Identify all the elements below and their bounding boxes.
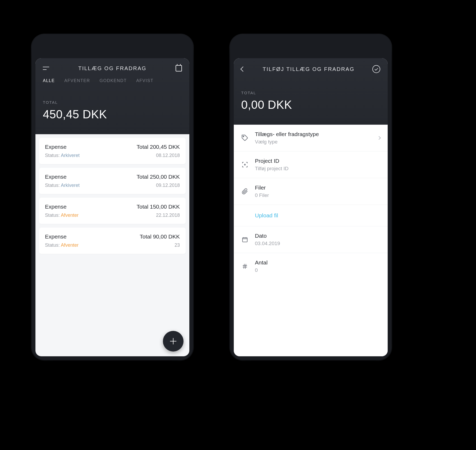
row-project[interactable]: Project ID Tilføj project ID: [234, 151, 388, 178]
confirm-button[interactable]: [372, 65, 380, 73]
header-bar: TILLÆG OG FRADRAG: [35, 58, 189, 78]
form-list: Tillægs- eller fradragstype Vælg type Pr…: [234, 125, 388, 356]
row-sub: 03.04.2019: [255, 241, 380, 246]
expense-total: Total 90,00 DKK: [140, 233, 180, 240]
list-item[interactable]: Expense Total 90,00 DKK Status: Afventer…: [39, 228, 186, 254]
list-item[interactable]: Expense Total 250,00 DKK Status: Arkiver…: [39, 168, 186, 194]
expense-total: Total 150,00 DKK: [137, 204, 180, 210]
status-text: Status: Arkiveret: [45, 153, 80, 158]
row-sub: 0: [255, 267, 380, 273]
row-title: Dato: [255, 233, 380, 239]
row-sub: Tilføj project ID: [255, 166, 380, 172]
status-text: Status: Afventer: [45, 242, 79, 248]
tab-godkendt[interactable]: GODKENDT: [99, 78, 127, 83]
header-bar: TILFØJ TILLÆG OG FRADRAG: [234, 58, 388, 80]
menu-icon[interactable]: [43, 67, 49, 70]
row-type[interactable]: Tillægs- eller fradragstype Vælg type: [234, 125, 388, 151]
expense-date: 08.12.2018: [156, 153, 180, 158]
row-upload[interactable]: Upload fil: [234, 205, 388, 226]
status-text: Status: Afventer: [45, 213, 79, 218]
svg-point-1: [244, 164, 245, 165]
row-title: Project ID: [255, 158, 380, 164]
header-dark: TILLÆG OG FRADRAG ALLE AFVENTER GODKENDT…: [35, 58, 189, 134]
phone-form-screen: TILFØJ TILLÆG OG FRADRAG TOTAL 0,00 DKK: [230, 34, 391, 360]
check-icon: [374, 67, 378, 70]
status-value: Arkiveret: [61, 153, 80, 158]
list-item[interactable]: Expense Total 200,45 DKK Status: Arkiver…: [39, 138, 186, 164]
expense-list: Expense Total 200,45 DKK Status: Arkiver…: [35, 134, 189, 356]
total-section: TOTAL 450,45 DKK: [35, 89, 189, 134]
hash-icon: [241, 263, 249, 270]
phone-list-screen: TILLÆG OG FRADRAG ALLE AFVENTER GODKENDT…: [32, 34, 193, 360]
expense-total: Total 200,45 DKK: [137, 144, 180, 150]
status-value: Arkiveret: [61, 183, 80, 188]
tabs: ALLE AFVENTER GODKENDT AFVIST: [35, 78, 189, 89]
total-amount: 450,45 DKK: [43, 108, 182, 121]
chevron-right-icon: [377, 136, 381, 140]
svg-rect-2: [242, 238, 247, 242]
tag-icon: [241, 134, 249, 142]
screen-form: TILFØJ TILLÆG OG FRADRAG TOTAL 0,00 DKK: [234, 58, 388, 356]
back-icon[interactable]: [240, 66, 246, 72]
expense-title: Expense: [45, 144, 67, 150]
total-section: TOTAL 0,00 DKK: [234, 80, 388, 125]
tab-afvist[interactable]: AFVIST: [136, 78, 153, 83]
expense-total: Total 250,00 DKK: [137, 174, 180, 180]
header-dark: TILFØJ TILLÆG OG FRADRAG TOTAL 0,00 DKK: [234, 58, 388, 125]
paperclip-icon: [241, 188, 249, 195]
total-label: TOTAL: [241, 91, 380, 95]
row-title: Tillægs- eller fradragstype: [255, 131, 371, 137]
expense-date: 23: [175, 242, 180, 248]
svg-point-0: [243, 136, 244, 137]
row-sub: 0 Filer: [255, 192, 380, 198]
row-title: Antal: [255, 259, 380, 266]
row-title: Filer: [255, 184, 380, 191]
calendar-small-icon: [241, 236, 249, 243]
page-title: TILLÆG OG FRADRAG: [78, 65, 147, 71]
calendar-icon[interactable]: [176, 65, 182, 71]
list-item[interactable]: Expense Total 150,00 DKK Status: Afvente…: [39, 198, 186, 224]
expense-date: 22.12.2018: [156, 213, 180, 218]
expense-title: Expense: [45, 174, 67, 180]
status-value: Afventer: [61, 242, 79, 248]
expense-title: Expense: [45, 233, 67, 240]
plus-icon: [170, 338, 176, 344]
status-text: Status: Arkiveret: [45, 183, 80, 188]
tab-alle[interactable]: ALLE: [43, 78, 55, 83]
row-files[interactable]: Filer 0 Filer: [234, 178, 388, 205]
row-sub: Vælg type: [255, 139, 371, 145]
scan-icon: [241, 161, 249, 168]
row-date[interactable]: Dato 03.04.2019: [234, 226, 388, 253]
screen-list: TILLÆG OG FRADRAG ALLE AFVENTER GODKENDT…: [35, 58, 189, 356]
row-count[interactable]: Antal 0: [234, 253, 388, 280]
add-button[interactable]: [163, 331, 184, 352]
upload-link[interactable]: Upload fil: [255, 212, 278, 218]
total-label: TOTAL: [43, 100, 182, 105]
expense-date: 09.12.2018: [156, 183, 180, 188]
total-amount: 0,00 DKK: [241, 98, 380, 111]
expense-title: Expense: [45, 204, 67, 210]
tab-afventer[interactable]: AFVENTER: [64, 78, 90, 83]
status-value: Afventer: [61, 213, 79, 218]
page-title: TILFØJ TILLÆG OG FRADRAG: [263, 66, 354, 72]
